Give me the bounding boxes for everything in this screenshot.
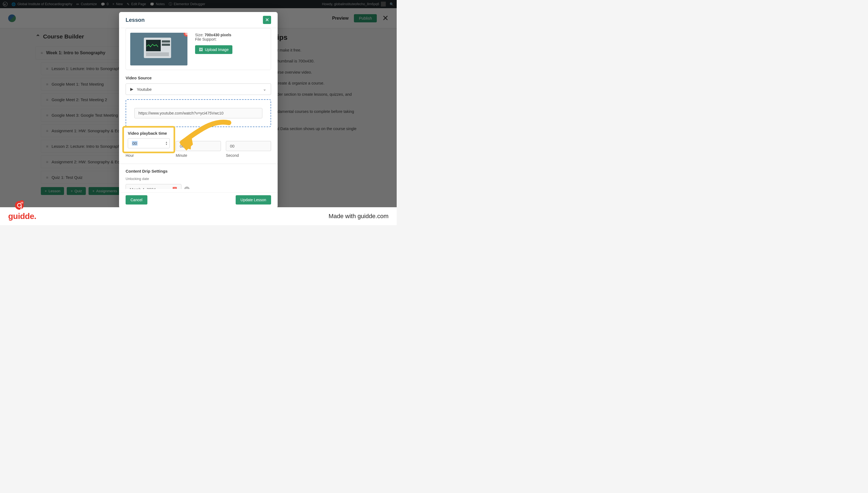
svg-rect-6 [146, 52, 169, 56]
file-support-label: File Support: [195, 37, 232, 41]
close-icon: ✕ [265, 17, 269, 23]
thumbnail-preview: 🗑 [130, 33, 187, 65]
guidde-made-with: Made with guidde.com [328, 213, 388, 220]
video-source-select[interactable]: ▶ Youtube ⌄ [125, 83, 271, 95]
second-input[interactable] [226, 141, 271, 151]
youtube-icon: ▶ [130, 87, 134, 92]
unlock-label: Unlocking date [125, 177, 271, 181]
featured-image-box: 🗑 Size: 700x430 pixels File Support: 🖼Up… [125, 28, 271, 70]
calendar-icon: 📅 [172, 187, 177, 189]
date-value: March 4, 2024 [130, 187, 156, 189]
svg-rect-4 [162, 40, 170, 43]
guidde-footer: guidde. Made with guidde.com [0, 207, 397, 225]
video-url-box [125, 99, 271, 127]
lesson-modal: Lesson ✕ 🗑 Size: 700x430 pixels File Sup… [119, 12, 278, 208]
video-source-value: Youtube [137, 87, 152, 92]
upload-image-button[interactable]: 🖼Upload Image [195, 45, 232, 54]
stepper-icon[interactable]: ▲▼ [165, 141, 167, 146]
image-icon: 🖼 [199, 47, 203, 52]
cancel-button[interactable]: Cancel [125, 195, 147, 205]
hour-input-highlight[interactable]: 00 [128, 138, 170, 148]
drip-title: Content Drip Settings [125, 169, 271, 173]
svg-text:10: 10 [20, 201, 23, 204]
chevron-down-icon: ⌄ [263, 87, 267, 92]
guidde-logo: guidde. [8, 212, 36, 221]
video-source-label: Video Source [125, 76, 271, 80]
minute-label: Minute [176, 153, 221, 157]
playback-label-highlight: Video playback time [128, 131, 170, 135]
second-label: Second [226, 153, 271, 157]
video-url-input[interactable] [134, 108, 262, 119]
modal-close-button[interactable]: ✕ [263, 16, 271, 24]
size-label: Size: [195, 33, 204, 37]
clear-date-button[interactable]: ✕ [184, 187, 190, 189]
hour-label: Hour [125, 153, 171, 157]
size-value: 700x430 pixels [205, 33, 231, 37]
minute-input[interactable] [176, 141, 221, 151]
date-input[interactable]: March 4, 2024 📅 [125, 184, 181, 189]
close-icon: ✕ [185, 188, 188, 189]
modal-title: Lesson [125, 17, 145, 23]
svg-rect-5 [162, 44, 170, 46]
highlight-spotlight: Video playback time 00 ▲▼ [122, 126, 175, 153]
guidde-badge: 10 [14, 200, 24, 212]
update-lesson-button[interactable]: Update Lesson [236, 195, 271, 205]
svg-rect-3 [146, 40, 161, 51]
trash-icon: 🗑 [185, 33, 187, 36]
